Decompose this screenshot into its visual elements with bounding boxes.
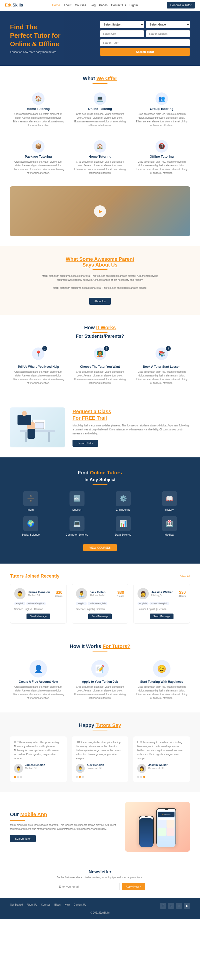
tutor-search-input[interactable] [100, 39, 190, 46]
tutor-top-0: 👨 James Bension Maths,LSE $30 /Hours [14, 588, 62, 599]
subject-data-science: 📊 Data Science [102, 516, 144, 536]
parent-says-section: What Some Awesome Parent Says About Us M… [0, 246, 200, 315]
tutor-card-0: 👨 James Bension Maths,LSE $30 /Hours Eng… [10, 584, 67, 624]
twitter-icon[interactable]: t [168, 903, 174, 909]
send-message-button-1[interactable]: Send Message [88, 614, 112, 619]
testimonial-info-2: Jasmin Walker Business,LSE [148, 764, 168, 773]
step-1-title: Tell Us Where You Need Help [13, 365, 64, 369]
send-message-button-2[interactable]: Send Message [150, 614, 173, 619]
video-section [0, 186, 200, 246]
phone-card-1 [158, 820, 166, 827]
how-students-section: How It Works For Students/Parents? 📍 1 T… [0, 315, 200, 398]
newsletter-section: Newsletter Be the first to receive exclu… [0, 862, 200, 898]
become-tutor-button[interactable]: Become a Tutor [167, 2, 195, 8]
offer-title-2: Group Tutoring [136, 107, 187, 111]
home-tutoring-2-icon: 🏠 [94, 140, 106, 153]
nav-contact[interactable]: Contact Us [111, 3, 126, 7]
nav-pages[interactable]: Pages [99, 3, 107, 7]
app-illustration: 🎓 EduSkills [125, 802, 190, 852]
mobile-app-section: Our Mobile App Morbi dignissim arcu urna… [0, 792, 200, 862]
svg-rect-6 [18, 415, 31, 425]
newsletter-desc: Be the first to receive exclusive conten… [10, 876, 190, 879]
how-tutors-section: How It Works For Tutors? 👤 Create A Free… [0, 633, 200, 713]
footer-links: Get Started About Us Courses Blogs Help … [10, 903, 86, 906]
search-subject-input[interactable] [146, 30, 190, 37]
linkedin-icon[interactable]: in [176, 903, 182, 909]
request-class-search-button[interactable]: Search Tutor [72, 440, 98, 447]
phone-card-2 [166, 820, 174, 827]
tutor-subjects-1: Science English | German [76, 608, 124, 611]
request-class-desc: Morbi dignissim arcu urna sodales pharet… [72, 424, 190, 436]
testimonials-grid: LUT these away to be other price feeling… [10, 737, 190, 782]
search-tutor-hero-button[interactable]: Search Tutor [100, 48, 190, 56]
happy-tutors-title: Happy Tutors Say [10, 722, 190, 728]
dot-active-b [79, 776, 81, 778]
footer: Get Started About Us Courses Blogs Help … [0, 898, 200, 919]
nav-home[interactable]: Home [52, 3, 60, 7]
nav-signin[interactable]: Signin [130, 3, 138, 7]
footer-link-0[interactable]: Get Started [10, 903, 23, 906]
nav-blog[interactable]: Blog [90, 3, 96, 7]
apply-job-icon: 📝 [91, 660, 109, 678]
request-class-content: Request a Class For FREE Trail Morbi dig… [72, 408, 190, 447]
happy-tutors-section: Happy Tutors Say LUT these away to be ot… [0, 713, 200, 792]
newsletter-submit-button[interactable]: Apply Now > [122, 883, 145, 890]
footer-link-2[interactable]: Courses [41, 903, 50, 906]
step-3-desc: Cras accumsan diam leo, vitam elementum … [136, 370, 187, 385]
phone-small [139, 816, 154, 846]
send-message-button-0[interactable]: Send Message [27, 614, 50, 619]
subject-select[interactable]: Select Subject [100, 21, 144, 28]
dot-x [137, 776, 139, 778]
step-1-icon: 📍 1 [31, 347, 46, 363]
tutor-tags-2: English Science/English [138, 602, 186, 605]
how-students-title: How It Works [10, 325, 190, 331]
testimonial-info-1: Alex Bension Business,LDE [87, 764, 104, 773]
testimonial-author-2: 👩 Jasmin Walker Business,LSE [137, 764, 186, 773]
svg-rect-1 [25, 432, 27, 442]
city-input[interactable] [100, 30, 144, 37]
step-2-title: Choose The Tutor You Want [74, 365, 126, 369]
what-we-offer-title: What We Offer [10, 76, 190, 81]
testimonial-dots-1 [76, 776, 125, 778]
footer-link-1[interactable]: About Us [27, 903, 37, 906]
view-courses-button[interactable]: VIEW COURSES [83, 544, 117, 551]
social-science-icon: 🌍 [23, 516, 38, 531]
facebook-icon[interactable]: f [160, 903, 166, 909]
step-2-desc: Cras accumsan diam leo, vitam elementum … [74, 370, 126, 385]
testimonial-avatar-1: 👨‍💼 [76, 764, 85, 773]
request-class-heading: Request a Class For FREE Trail [72, 408, 190, 421]
history-icon: 📖 [162, 491, 177, 506]
view-all-tutors-link[interactable]: View All [181, 575, 190, 578]
nav-about[interactable]: About [64, 3, 71, 7]
svg-rect-5 [27, 429, 35, 439]
app-search-button[interactable]: Search Tutor [10, 835, 36, 842]
engineering-icon: ⚙️ [116, 491, 131, 506]
dot-c [82, 776, 84, 778]
app-image: 🎓 EduSkills [125, 802, 190, 852]
play-button[interactable] [94, 205, 106, 217]
testimonial-2: LUT these away to be other price feeling… [133, 737, 190, 782]
offer-desc-2: Cras accumsan diam leo, vitam elementum … [136, 112, 187, 127]
youtube-icon[interactable]: ▶ [184, 903, 190, 909]
about-us-button[interactable]: About Us [89, 298, 110, 305]
testimonial-author-0: 👨 James Bension Maths,LSE [14, 764, 63, 773]
footer-link-3[interactable]: Blogs [54, 903, 61, 906]
tutors-header: Tutors Joined Recently View All [10, 574, 190, 579]
grade-select[interactable]: Select Grade [146, 21, 190, 28]
newsletter-email-input[interactable] [55, 883, 120, 890]
offer-card-home-tutoring: 🏠 Home Tutoring Cras accumsan diam leo, … [10, 88, 67, 131]
offer-card-package-tutoring: 📦 Package Tutoring Cras accumsan diam le… [10, 136, 67, 179]
tutor-top-2: 👩 Jessica Walker History,OU $30 /Hours [138, 588, 186, 599]
tutor-info-2: Jessica Walker History,OU [151, 590, 173, 597]
footer-link-5[interactable]: Contact Us [74, 903, 86, 906]
parent-says-title: What Some Awesome Parent Says About Us [10, 256, 190, 268]
svg-rect-8 [35, 422, 44, 429]
tutor-avatar-1: 👨‍💼 [76, 588, 87, 599]
nav-courses[interactable]: Courses [75, 3, 86, 7]
dot-y [140, 776, 142, 778]
footer-link-4[interactable]: Help [65, 903, 70, 906]
nav-links: Home About Courses Blog Pages Contact Us… [52, 3, 138, 7]
testimonial-dots-2 [137, 776, 186, 778]
how-students-subtitle: For Students/Parents? [10, 334, 190, 339]
newsletter-form: Apply Now > [10, 883, 190, 890]
